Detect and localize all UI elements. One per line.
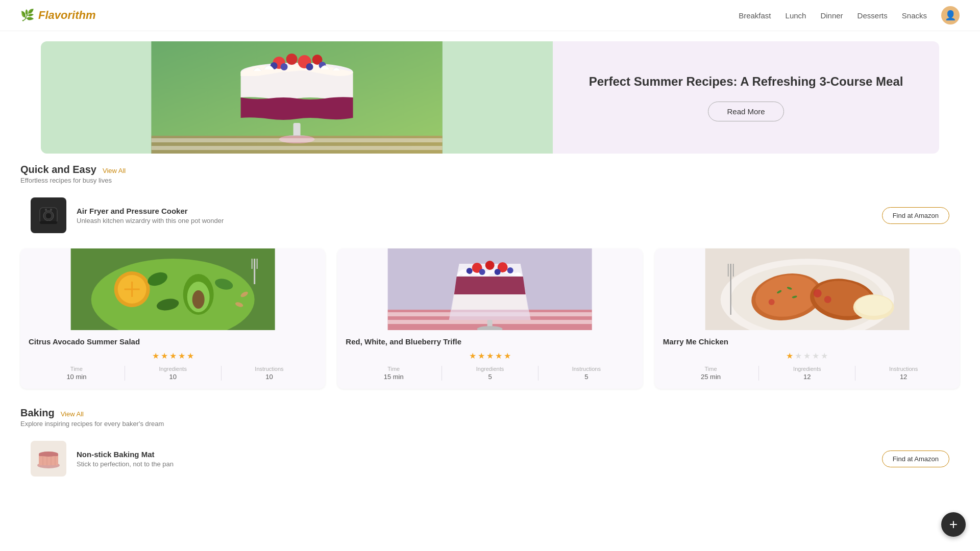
- quick-easy-section-header: Quick and Easy View All Effortless recip…: [20, 164, 960, 184]
- trifle-time: 15 min: [384, 373, 404, 381]
- nav-desserts[interactable]: Desserts: [857, 11, 888, 20]
- svg-point-9: [306, 63, 313, 70]
- quick-easy-subtitle: Effortless recipes for busy lives: [20, 177, 960, 184]
- trifle-title: Red, White, and Blueberry Trifle: [346, 337, 634, 346]
- trifle-meta: Time 15 min Ingredients 5 Instructions 5: [346, 366, 634, 381]
- trifle-ingredients: 5: [488, 373, 492, 381]
- svg-point-46: [495, 269, 501, 275]
- trifle-stars: ★ ★ ★ ★ ★: [346, 351, 634, 361]
- star-5: ★: [187, 351, 194, 361]
- instructions-label: Instructions: [889, 366, 918, 372]
- svg-point-18: [45, 213, 52, 219]
- svg-point-45: [479, 269, 485, 275]
- svg-point-4: [286, 54, 298, 65]
- baking-mat-tagline: Stick to perfection, not to the pan: [77, 460, 174, 468]
- star-2: ★: [795, 351, 802, 361]
- baking-section-header: Baking View All Explore inspiring recipe…: [20, 407, 960, 428]
- time-label: Time: [705, 366, 717, 372]
- baking-section: Baking View All Explore inspiring recipe…: [20, 407, 960, 482]
- hero-banner: Perfect Summer Recipes: A Refreshing 3-C…: [41, 41, 939, 154]
- air-fryer-tagline: Unleash kitchen wizardry with this one p…: [77, 217, 224, 224]
- nav-links: Breakfast Lunch Dinner Desserts Snacks 👤: [739, 6, 960, 24]
- quick-easy-title: Quick and Easy: [20, 164, 96, 176]
- read-more-button[interactable]: Read More: [708, 102, 783, 121]
- svg-rect-14: [152, 138, 443, 142]
- hero-content: Perfect Summer Recipes: A Refreshing 3-C…: [553, 41, 939, 154]
- ingredients-label: Ingredients: [476, 366, 504, 372]
- salad-time: 10 min: [66, 373, 86, 381]
- star-2: ★: [161, 351, 168, 361]
- chicken-stars: ★ ★ ★ ★ ★: [663, 351, 951, 361]
- time-label: Time: [70, 366, 83, 372]
- star-5: ★: [821, 351, 828, 361]
- star-4: ★: [495, 351, 502, 361]
- air-fryer-find-amazon-button[interactable]: Find at Amazon: [882, 207, 949, 224]
- svg-rect-15: [152, 146, 443, 150]
- nav-lunch[interactable]: Lunch: [786, 11, 806, 20]
- star-4: ★: [178, 351, 185, 361]
- star-1: ★: [786, 351, 793, 361]
- star-1: ★: [152, 351, 159, 361]
- hero-image: [41, 41, 553, 154]
- svg-point-75: [39, 452, 58, 457]
- nav-dinner[interactable]: Dinner: [820, 11, 843, 20]
- main-content: Quick and Easy View All Effortless recip…: [0, 154, 980, 512]
- salad-instructions: 10: [265, 373, 273, 381]
- logo-text: Flavorithm: [38, 9, 95, 22]
- star-2: ★: [478, 351, 485, 361]
- baking-mat-image: [31, 441, 66, 477]
- user-avatar[interactable]: 👤: [941, 6, 960, 24]
- svg-rect-19: [45, 209, 47, 211]
- air-fryer-image: [31, 197, 66, 233]
- svg-point-62: [768, 299, 774, 305]
- svg-point-28: [192, 290, 205, 309]
- trifle-instructions: 5: [584, 373, 588, 381]
- logo-icon: 🌿: [20, 9, 34, 22]
- recipe-card-salad: Citrus Avocado Summer Salad ★ ★ ★ ★ ★ Ti…: [20, 248, 325, 389]
- quick-easy-view-all[interactable]: View All: [103, 167, 126, 174]
- svg-rect-21: [40, 221, 57, 224]
- instructions-label: Instructions: [255, 366, 283, 372]
- baking-title: Baking: [20, 407, 55, 419]
- baking-mat-name: Non-stick Baking Mat: [77, 450, 174, 459]
- ingredients-label: Ingredients: [159, 366, 186, 372]
- nav-breakfast[interactable]: Breakfast: [739, 11, 771, 20]
- salad-ingredients: 10: [169, 373, 176, 381]
- chicken-title: Marry Me Chicken: [663, 337, 951, 346]
- hero-title: Perfect Summer Recipes: A Refreshing 3-C…: [589, 73, 903, 89]
- time-label: Time: [387, 366, 400, 372]
- svg-point-64: [855, 295, 892, 316]
- salad-stars: ★ ★ ★ ★ ★: [29, 351, 317, 361]
- chicken-ingredients: 12: [803, 373, 811, 381]
- recipe-card-chicken: Marry Me Chicken ★ ★ ★ ★ ★ Time 25 min I…: [655, 248, 960, 389]
- svg-point-42: [485, 261, 495, 270]
- star-4: ★: [812, 351, 819, 361]
- instructions-label: Instructions: [572, 366, 601, 372]
- chicken-time: 25 min: [701, 373, 721, 381]
- logo-link[interactable]: 🌿 Flavorithm: [20, 9, 95, 22]
- star-3: ★: [486, 351, 494, 361]
- salad-meta: Time 10 min Ingredients 10 Instructions …: [29, 366, 317, 381]
- navbar: 🌿 Flavorithm Breakfast Lunch Dinner Dess…: [0, 0, 980, 31]
- star-3: ★: [169, 351, 177, 361]
- svg-point-8: [281, 63, 288, 70]
- air-fryer-name: Air Fryer and Pressure Cooker: [77, 207, 224, 215]
- trifle-image: [337, 248, 642, 330]
- chicken-image: [655, 248, 960, 330]
- chicken-meta: Time 25 min Ingredients 12 Instructions …: [663, 366, 951, 381]
- baking-mat-promo: Non-stick Baking Mat Stick to perfection…: [20, 436, 960, 482]
- nav-snacks[interactable]: Snacks: [902, 11, 927, 20]
- star-5: ★: [504, 351, 511, 361]
- svg-rect-20: [50, 209, 52, 211]
- quick-easy-recipe-grid: Citrus Avocado Summer Salad ★ ★ ★ ★ ★ Ti…: [20, 248, 960, 389]
- salad-title: Citrus Avocado Summer Salad: [29, 337, 317, 346]
- star-1: ★: [469, 351, 476, 361]
- baking-mat-find-amazon-button[interactable]: Find at Amazon: [882, 450, 949, 467]
- chicken-instructions: 12: [900, 373, 907, 381]
- baking-subtitle: Explore inspiring recipes for every bake…: [20, 420, 960, 428]
- svg-point-61: [824, 296, 831, 303]
- ingredients-label: Ingredients: [793, 366, 821, 372]
- baking-view-all[interactable]: View All: [61, 410, 84, 418]
- air-fryer-promo: Air Fryer and Pressure Cooker Unleash ki…: [20, 192, 960, 238]
- svg-point-47: [507, 267, 513, 273]
